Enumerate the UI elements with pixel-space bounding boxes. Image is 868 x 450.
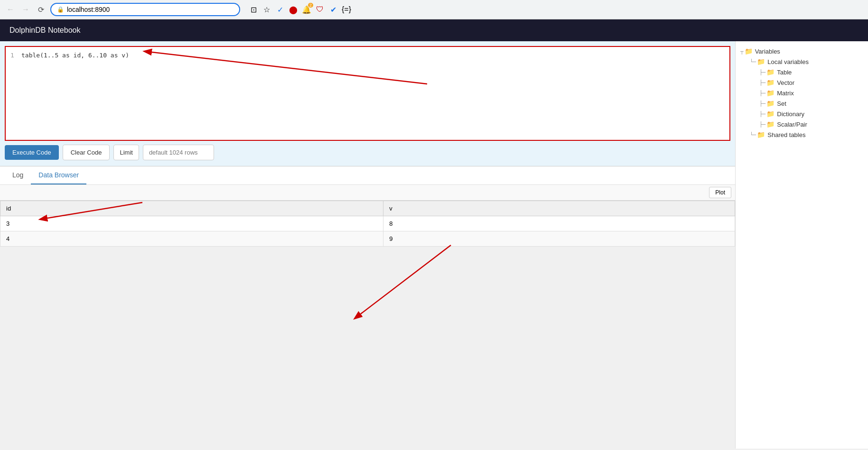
ext4-icon[interactable]: 🛡 [315,5,325,14]
tree-connector: ├─ [759,101,765,107]
tree-label-vector: Vector [777,79,794,86]
tree-item-local-variables[interactable]: └─ 📁 Local variables [736,56,868,67]
plot-button[interactable]: Plot [709,187,731,198]
bookmark-icon[interactable]: ☆ [262,5,271,14]
address-bar-container: 🔒 [50,3,240,16]
tree-connector: ┬ [740,48,744,55]
line-number: 1 [10,52,18,59]
cell-v-1: 8 [383,216,735,231]
tree-label-dictionary: Dictionary [777,110,804,118]
table-wrapper: id v 3 8 4 9 [0,201,735,247]
tree-connector: ├─ [759,69,765,75]
tree-item-table[interactable]: ├─ 📁 Table [736,67,868,77]
cell-v-2: 9 [383,231,735,247]
tab-log[interactable]: Log [5,166,31,184]
main-layout: 1 table(1..5 as id, 6..10 as v) Execute … [0,41,868,449]
code-content: table(1..5 as id, 6..10 as v) [21,52,129,59]
cell-id-2: 4 [0,231,383,247]
tabs-section: Log Data Browser [0,166,735,185]
tab-data-browser[interactable]: Data Browser [31,166,86,184]
limit-button[interactable]: Limit [113,145,139,160]
tree-label-variables: Variables [755,48,780,55]
folder-icon: 📁 [766,89,775,97]
data-browser-content: Plot id v 3 8 [0,185,735,247]
lock-icon: 🔒 [57,6,64,13]
table-row: 3 8 [0,216,735,231]
tree-connector: └─ [750,132,756,138]
browser-toolbar: ← → ⟳ 🔒 ⊡ ☆ ✓ ⬤ 🔔2 🛡 ✔ {=} [0,0,868,19]
tree-label-local-variables: Local variables [767,58,809,65]
code-section: 1 table(1..5 as id, 6..10 as v) Execute … [0,41,735,166]
tree-connector: ├─ [759,111,765,117]
tree-item-variables[interactable]: ┬ 📁 Variables [736,46,868,56]
ext1-icon[interactable]: ✓ [275,5,285,14]
app-title: DolphinDB Notebook [9,26,80,34]
forward-button[interactable]: → [20,4,31,15]
browser-chrome: ← → ⟳ 🔒 ⊡ ☆ ✓ ⬤ 🔔2 🛡 ✔ {=} [0,0,868,19]
code-editor[interactable]: 1 table(1..5 as id, 6..10 as v) [5,46,730,141]
folder-icon: 📁 [766,79,775,86]
tree-item-vector[interactable]: ├─ 📁 Vector [736,77,868,88]
plot-btn-row: Plot [0,185,735,201]
folder-icon: 📁 [745,47,753,55]
folder-icon: 📁 [757,58,765,65]
tree-label-table: Table [777,69,792,76]
tree-connector: └─ [750,59,756,65]
tabs: Log Data Browser [0,166,735,184]
tree-label-set: Set [777,100,786,107]
tree-connector: ├─ [759,121,765,128]
data-table: id v 3 8 4 9 [0,201,735,247]
translate-icon[interactable]: ⊡ [249,5,258,14]
col-header-v: v [383,201,735,216]
ext6-icon[interactable]: {=} [342,5,351,14]
tree-item-shared-tables[interactable]: └─ 📁 Shared tables [736,129,868,140]
ext5-icon[interactable]: ✔ [328,5,338,14]
code-toolbar: Execute Code Clear Code Limit [5,141,730,161]
folder-icon: 📁 [766,68,775,76]
code-line-1: 1 table(1..5 as id, 6..10 as v) [10,52,725,59]
back-button[interactable]: ← [5,4,16,15]
tree-connector: ├─ [759,80,765,86]
table-row: 4 9 [0,231,735,247]
cell-id-1: 3 [0,216,383,231]
tree-item-matrix[interactable]: ├─ 📁 Matrix [736,88,868,98]
tree-item-scalar-pair[interactable]: ├─ 📁 Scalar/Pair [736,119,868,129]
address-input[interactable] [67,6,233,13]
limit-input[interactable] [143,145,214,160]
tree-connector: ├─ [759,90,765,96]
ext3-icon[interactable]: 🔔2 [302,5,311,14]
execute-code-button[interactable]: Execute Code [5,145,59,160]
folder-icon: 📁 [766,120,775,128]
tree-item-set[interactable]: ├─ 📁 Set [736,98,868,109]
tree-label-shared-tables: Shared tables [767,131,805,138]
folder-icon: 📁 [757,131,765,138]
clear-code-button[interactable]: Clear Code [63,145,110,160]
app-header: DolphinDB Notebook [0,19,868,41]
browser-icons: ⊡ ☆ ✓ ⬤ 🔔2 🛡 ✔ {=} [249,5,351,14]
tree-item-dictionary[interactable]: ├─ 📁 Dictionary [736,109,868,119]
tree-label-scalar-pair: Scalar/Pair [777,121,807,128]
col-header-id: id [0,201,383,216]
content-area: 1 table(1..5 as id, 6..10 as v) Execute … [0,41,735,449]
folder-icon: 📁 [766,100,775,107]
refresh-button[interactable]: ⟳ [35,4,47,15]
tree-label-matrix: Matrix [777,90,793,97]
right-sidebar: ┬ 📁 Variables └─ 📁 Local variables ├─ 📁 … [735,41,868,449]
folder-icon: 📁 [766,110,775,118]
ext2-icon[interactable]: ⬤ [289,5,298,14]
